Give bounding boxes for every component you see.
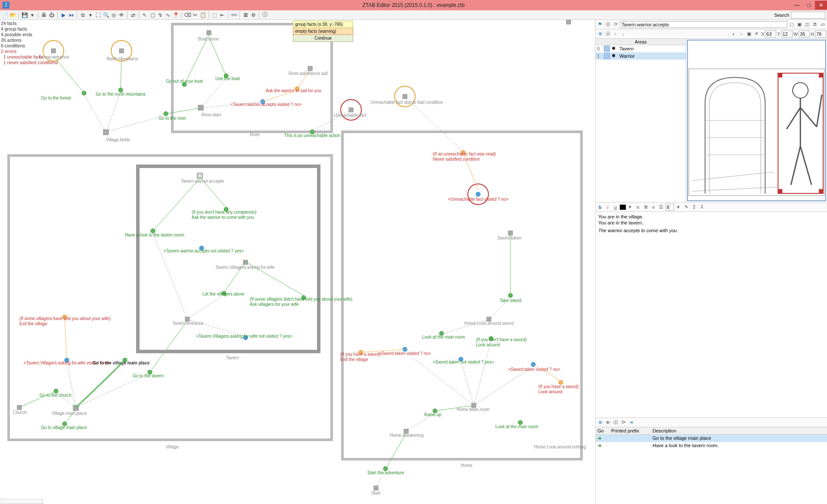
svg-text:Look at the main room: Look at the main room	[422, 335, 465, 339]
step-icon[interactable]: ⏮	[68, 12, 75, 19]
pointer-icon[interactable]: ↖	[141, 12, 148, 19]
act-eye-icon[interactable]: 👁	[604, 419, 611, 426]
saveas-icon[interactable]: ▾	[29, 12, 36, 19]
img2-icon[interactable]: ▫	[738, 31, 745, 37]
import-icon[interactable]: ↧	[698, 204, 705, 211]
h-input[interactable]	[815, 31, 826, 37]
tool1-icon[interactable]: ⬚	[211, 12, 218, 19]
graph-canvas[interactable]: 24 facts 4 group facts 4 possible ends 2…	[0, 20, 595, 504]
search-input[interactable]	[791, 12, 825, 19]
wand-icon[interactable]: ✎	[683, 204, 690, 211]
act-ref-icon[interactable]: ⟳	[620, 419, 627, 426]
ico3[interactable]: ◫	[804, 21, 811, 28]
img1-icon[interactable]: ▪	[730, 31, 737, 37]
image-preview[interactable]	[687, 40, 826, 201]
rect-icon[interactable]: ▢	[149, 12, 156, 19]
del2-icon[interactable]: ✂	[192, 12, 199, 19]
action-row[interactable]: ➜ Go to the village main place	[596, 435, 827, 442]
imgdel-icon[interactable]: ✕	[753, 31, 760, 37]
target-icon[interactable]: ◎	[110, 12, 117, 19]
curve-icon[interactable]: ∿	[165, 12, 171, 19]
svg-text:Go to the river: Go to the river	[159, 116, 186, 121]
close-button[interactable]: ✕	[815, 1, 827, 9]
ico5[interactable]: ▭	[819, 21, 826, 28]
swap-icon[interactable]: ⇄	[130, 12, 137, 19]
svg-line-146	[150, 320, 187, 372]
link-icon[interactable]: ↯	[157, 12, 164, 19]
act-del-icon[interactable]: ⓧ	[612, 419, 619, 426]
pin-icon[interactable]: 📍	[172, 12, 179, 19]
new-icon[interactable]: 📄	[2, 12, 9, 19]
svg-text:Tavern.warrior.accepts: Tavern.warrior.accepts	[181, 179, 224, 184]
action-row[interactable]: ➜ Have a look to the tavern room.	[596, 442, 827, 449]
svg-text:Village.main.place: Village.main.place	[52, 411, 87, 416]
footer-tab[interactable]	[1, 499, 43, 504]
del1-icon[interactable]: ⌫	[184, 12, 191, 19]
svg-text:Ask villagers for your wife: Ask villagers for your wife	[250, 302, 299, 307]
color-icon[interactable]	[620, 205, 626, 210]
x-input[interactable]	[765, 31, 776, 37]
svg-text:Exit the village: Exit the village	[19, 321, 47, 326]
node-name-input[interactable]	[620, 21, 787, 28]
tool2-icon[interactable]: ⇤	[219, 12, 226, 19]
maximize-button[interactable]: □	[803, 1, 815, 9]
delete-icon[interactable]: ⓧ	[604, 21, 611, 28]
layout2-icon[interactable]: ▾	[87, 12, 94, 19]
align-left-icon[interactable]: ≡	[634, 204, 641, 211]
align-just-icon[interactable]: ☰	[658, 204, 665, 211]
img3-icon[interactable]: ▣	[746, 31, 752, 37]
svg-line-158	[474, 341, 491, 405]
up-icon[interactable]: ↑	[612, 31, 619, 37]
y-input[interactable]	[781, 31, 793, 37]
print-icon[interactable]: 🖶	[40, 12, 47, 19]
zoom-icon[interactable]: 🔍	[103, 12, 109, 19]
ico1[interactable]: ▢	[788, 21, 795, 28]
svg-rect-81	[17, 405, 22, 410]
paste-icon[interactable]: 📋	[199, 12, 206, 19]
svg-text:Home.Main.room: Home.Main.room	[457, 407, 490, 412]
remove-icon[interactable]: ⓧ	[604, 31, 611, 37]
svg-text:<Tavern.warrior.accepts visite: <Tavern.warrior.accepts visited ? no>	[230, 102, 302, 107]
italic-icon[interactable]: i	[604, 204, 611, 211]
svg-text:Village.fields: Village.fields	[106, 137, 130, 142]
act-goto-icon[interactable]: ➜	[628, 419, 634, 426]
svg-text:River.start: River.start	[202, 112, 221, 117]
svg-text:<Sword.taken visited ? no>: <Sword.taken visited ? no>	[379, 351, 431, 356]
info-icon[interactable]: ⓘ	[261, 12, 268, 19]
align-right-icon[interactable]: ≡	[650, 204, 657, 211]
svg-line-162	[386, 433, 406, 469]
fit-icon[interactable]: ⛶	[95, 12, 102, 19]
refresh-icon[interactable]: ⟳	[612, 21, 619, 28]
svg-line-151	[21, 391, 56, 407]
svg-text:Home.Awakening: Home.Awakening	[390, 433, 423, 438]
w-input[interactable]	[799, 31, 810, 37]
sliders-icon[interactable]: 𝌆	[242, 12, 249, 19]
area-row[interactable]: 1✱ Warrior	[596, 53, 686, 60]
svg-text:Start the adventure: Start the adventure	[367, 470, 404, 475]
glasses-icon[interactable]: 👓	[230, 12, 237, 19]
bold-icon[interactable]: b	[597, 204, 603, 211]
open-icon[interactable]: 📂	[9, 12, 16, 19]
svg-text:River: River	[250, 132, 260, 137]
align-center-icon[interactable]: ≣	[642, 204, 649, 211]
export-icon[interactable]: ↥	[690, 204, 697, 211]
font-size-input[interactable]	[665, 204, 674, 211]
minimize-button[interactable]: —	[791, 1, 803, 9]
svg-text:Raise up: Raise up	[424, 412, 441, 417]
gear-icon[interactable]: ⚙	[250, 12, 257, 19]
play-icon[interactable]: ▶	[60, 12, 67, 19]
power-icon[interactable]: ⏻	[48, 12, 55, 19]
add-icon[interactable]: ⊕	[597, 31, 603, 37]
ico4[interactable]: ⧉	[811, 21, 818, 28]
text-body[interactable]: You are in the village. You are in the t…	[596, 212, 827, 417]
flag-icon[interactable]: ⚑	[597, 21, 603, 28]
layout-icon[interactable]: ⧉	[79, 12, 86, 19]
svg-line-130	[184, 35, 209, 84]
down-icon[interactable]: ↓	[620, 31, 627, 37]
ico2[interactable]: ▣	[796, 21, 803, 28]
eye-icon[interactable]: 👁	[118, 12, 125, 19]
area-row[interactable]: 0✱ Tavern	[596, 45, 686, 53]
act-add-icon[interactable]: ⊕	[597, 419, 603, 426]
underline-icon[interactable]: u	[612, 204, 619, 211]
save-icon[interactable]: 💾	[21, 12, 28, 19]
